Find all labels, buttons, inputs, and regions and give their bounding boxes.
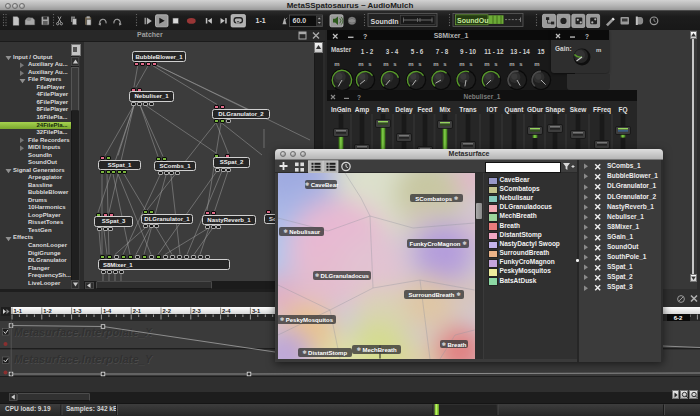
svg-text:Feed: Feed — [417, 106, 432, 113]
svg-text:Skew: Skew — [570, 106, 588, 113]
svg-text:m: m — [484, 61, 489, 67]
svg-text:5 - 6: 5 - 6 — [411, 48, 424, 55]
svg-text:m: m — [433, 61, 438, 67]
svg-text:11 - 12: 11 - 12 — [484, 48, 504, 55]
svg-text:m: m — [509, 61, 514, 67]
svg-text:m: m — [534, 61, 539, 67]
svg-text:Pan: Pan — [377, 106, 389, 113]
svg-text:GDur: GDur — [527, 106, 544, 113]
svg-text:s: s — [519, 61, 523, 67]
svg-text:9 - 10: 9 - 10 — [460, 48, 477, 55]
svg-text:Quant: Quant — [505, 106, 525, 114]
svg-text:m: m — [383, 61, 388, 67]
svg-text:SoundOut: SoundOut — [457, 17, 491, 24]
svg-text:s: s — [393, 61, 397, 67]
svg-text:IOT: IOT — [487, 106, 498, 113]
svg-text:3 - 4: 3 - 4 — [386, 48, 399, 55]
svg-text:60.0: 60.0 — [293, 17, 307, 24]
svg-text:Delay: Delay — [395, 106, 413, 114]
svg-text:Shape: Shape — [545, 106, 565, 114]
svg-text:?: ? — [585, 33, 589, 40]
svg-text:Amp: Amp — [355, 106, 369, 114]
svg-text:?: ? — [357, 94, 361, 101]
svg-text:InGain: InGain — [331, 106, 351, 113]
svg-text:SoundIn: SoundIn — [371, 18, 399, 25]
svg-text:m: m — [408, 61, 413, 67]
svg-text:s: s — [494, 61, 498, 67]
svg-text:13 - 14: 13 - 14 — [510, 48, 530, 55]
svg-text:m: m — [358, 61, 363, 67]
svg-text:s: s — [368, 61, 372, 67]
svg-text:m: m — [459, 61, 464, 67]
svg-text:s: s — [443, 61, 447, 67]
svg-text:s: s — [469, 61, 473, 67]
svg-text:1-1: 1-1 — [256, 17, 266, 24]
svg-text:s: s — [418, 61, 422, 67]
svg-text:FQ: FQ — [618, 106, 627, 114]
svg-text:FFreq: FFreq — [593, 106, 611, 114]
svg-text:Master: Master — [331, 46, 352, 53]
svg-text:?: ? — [363, 33, 367, 40]
svg-text:7 - 8: 7 - 8 — [436, 48, 449, 55]
svg-text:Mix: Mix — [440, 106, 451, 113]
svg-text:1 - 2: 1 - 2 — [361, 48, 374, 55]
svg-text:m: m — [334, 61, 339, 67]
svg-text:15: 15 — [537, 48, 545, 55]
svg-text:Trans: Trans — [459, 106, 477, 113]
